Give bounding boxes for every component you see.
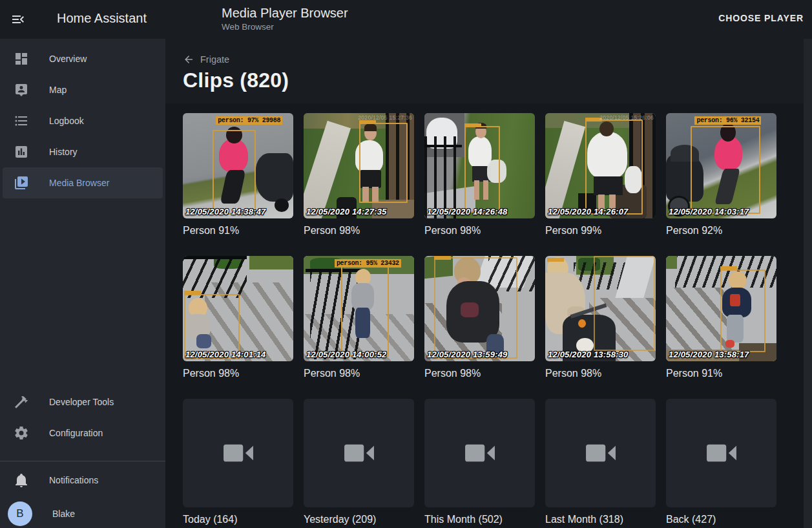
clip-timestamp: 12/05/2020 13:59:49: [427, 350, 508, 359]
hammer-icon: [14, 394, 29, 410]
scene-shape: [249, 256, 293, 269]
sidebar-item-logbook[interactable]: Logbook: [0, 105, 165, 136]
sidebar-item-configuration[interactable]: Configuration: [0, 417, 179, 449]
top-app-bar: Home Assistant Media Player Browser Web …: [0, 0, 812, 39]
camera-osd-text: 2020/12/05 15:27:36: [358, 114, 412, 121]
detection-label: person: 97% 29988: [216, 116, 282, 125]
detection-label: person: 95% 23432: [335, 259, 401, 268]
clip-caption: Person 98%: [304, 367, 414, 380]
avatar: B: [8, 502, 32, 526]
sidebar-item-profile[interactable]: B Blake: [0, 496, 179, 528]
clip-card[interactable]: 12/05/2020 14:01:14 Person 98%: [183, 256, 293, 380]
folder-thumbnail: [666, 399, 776, 507]
detection-label: person: 96% 32154: [694, 116, 761, 125]
sidebar-item-developer-tools[interactable]: Developer Tools: [0, 386, 179, 417]
clip-thumbnail: 12/05/2020 13:58:17: [666, 256, 776, 361]
scene-shape: [256, 153, 293, 202]
account-marker-icon: [14, 82, 29, 98]
detection-bbox: [594, 256, 655, 351]
folder-card-this-month[interactable]: This Month (502): [424, 399, 535, 526]
clip-caption: Person 91%: [666, 367, 776, 380]
clip-card[interactable]: 12/05/2020 13:58:17 Person 91%: [666, 256, 776, 380]
app-title: Home Assistant: [57, 11, 147, 26]
play-box-multiple-icon: [14, 175, 29, 191]
detection-bbox: [341, 266, 389, 357]
clip-card[interactable]: 2020/12/05 15:26:06 12/05/2020 14:26:07 …: [545, 113, 656, 237]
video-camera-icon: [582, 434, 619, 472]
vertical-scrollbar[interactable]: [804, 39, 812, 528]
sidebar-item-label: History: [49, 147, 78, 157]
panel-title-block: Media Player Browser Web Browser: [222, 5, 348, 33]
sidebar-item-media-browser[interactable]: Media Browser: [3, 167, 163, 198]
bell-icon: [14, 472, 29, 488]
clip-thumbnail: 2020/12/05 15:26:06 12/05/2020 14:26:07: [545, 113, 656, 218]
list-icon: [14, 113, 29, 129]
folder-card-last-month[interactable]: Last Month (318): [545, 399, 656, 526]
folder-caption: Yesterday (209): [304, 513, 414, 526]
clip-caption: Person 92%: [666, 224, 776, 237]
scene-shape: [424, 145, 462, 147]
clip-caption: Person 98%: [304, 224, 414, 237]
clip-timestamp: 12/05/2020 14:27:35: [306, 207, 387, 216]
media-grid-container: person: 97% 29988 12/05/2020 14:38:47 Pe…: [165, 103, 812, 528]
detection-bbox: [720, 269, 766, 352]
sidebar-item-notifications[interactable]: Notifications: [0, 465, 179, 496]
clip-thumbnail: person: 97% 29988 12/05/2020 14:38:47: [183, 113, 293, 218]
clip-card[interactable]: 12/05/2020 14:26:48 Person 98%: [424, 113, 535, 237]
folder-card-today[interactable]: Today (164): [183, 399, 293, 526]
detection-label-small: [464, 123, 481, 127]
media-grid: person: 97% 29988 12/05/2020 14:38:47 Pe…: [183, 113, 776, 526]
clip-thumbnail: 12/05/2020 13:59:49: [424, 256, 535, 361]
sidebar-item-label: Notifications: [49, 475, 98, 485]
sidebar-item-map[interactable]: Map: [0, 74, 165, 105]
dashboard-icon: [14, 51, 29, 67]
folder-thumbnail: [424, 399, 535, 507]
sidebar-item-label: Media Browser: [49, 178, 109, 188]
home-assistant-app: Home Assistant Media Player Browser Web …: [0, 0, 812, 528]
folder-thumbnail: [304, 399, 414, 507]
clip-timestamp: 12/05/2020 14:01:14: [185, 350, 266, 359]
clip-caption: Person 98%: [183, 367, 293, 380]
clip-caption: Person 91%: [183, 224, 293, 237]
detection-label-small: [359, 120, 376, 124]
video-camera-icon: [220, 434, 257, 472]
clip-card[interactable]: person: 95% 23432 12/05/2020 14:00:52 Pe…: [304, 256, 414, 380]
detection-bbox: [585, 120, 643, 215]
panel-subtitle: Web Browser: [222, 21, 348, 33]
clip-card[interactable]: 12/05/2020 13:59:49 Person 98%: [424, 256, 535, 380]
sidebar: Overview Map Logbook History Media Brows…: [0, 39, 165, 528]
scene-shape: [183, 256, 247, 259]
detection-label-small: [434, 256, 451, 260]
clip-card[interactable]: 12/05/2020 13:58:30 Person 98%: [545, 256, 656, 380]
choose-player-button[interactable]: CHOOSE PLAYER: [718, 13, 804, 23]
folder-card-yesterday[interactable]: Yesterday (209): [304, 399, 414, 526]
detection-bbox: [464, 126, 500, 213]
folder-card-back[interactable]: Back (427): [666, 399, 776, 526]
clip-card[interactable]: 2020/12/05 15:27:36 12/05/2020 14:27:35 …: [304, 113, 414, 237]
clip-thumbnail: person: 95% 23432 12/05/2020 14:00:52: [304, 256, 414, 361]
clip-timestamp: 12/05/2020 14:26:48: [427, 207, 508, 216]
sidebar-item-label: Overview: [49, 54, 87, 64]
sidebar-divider: [0, 461, 165, 461]
sidebar-item-label: Map: [49, 85, 67, 95]
sidebar-item-label: Developer Tools: [49, 397, 114, 407]
breadcrumb-back-link[interactable]: Frigate: [183, 54, 229, 65]
scene-shape: [424, 136, 462, 218]
folder-thumbnail: [183, 399, 293, 507]
sidebar-item-label: Logbook: [49, 116, 84, 126]
page-title: Clips (820): [183, 69, 289, 92]
video-camera-icon: [461, 434, 499, 472]
clip-thumbnail: 12/05/2020 14:01:14: [183, 256, 293, 361]
sidebar-toggle-button[interactable]: [10, 12, 26, 27]
folder-thumbnail: [545, 399, 656, 507]
sidebar-item-overview[interactable]: Overview: [0, 43, 165, 74]
sidebar-item-history[interactable]: History: [0, 136, 165, 167]
content-header: Frigate Clips (820): [165, 39, 812, 103]
detection-label-small: [720, 266, 737, 270]
clip-card[interactable]: person: 97% 29988 12/05/2020 14:38:47 Pe…: [183, 113, 293, 237]
clip-caption: Person 99%: [545, 224, 656, 237]
clip-card[interactable]: person: 96% 32154 12/05/2020 14:03:17 Pe…: [666, 113, 776, 237]
clip-caption: Person 98%: [424, 367, 535, 380]
detection-bbox: [691, 126, 760, 214]
user-name: Blake: [52, 509, 75, 519]
